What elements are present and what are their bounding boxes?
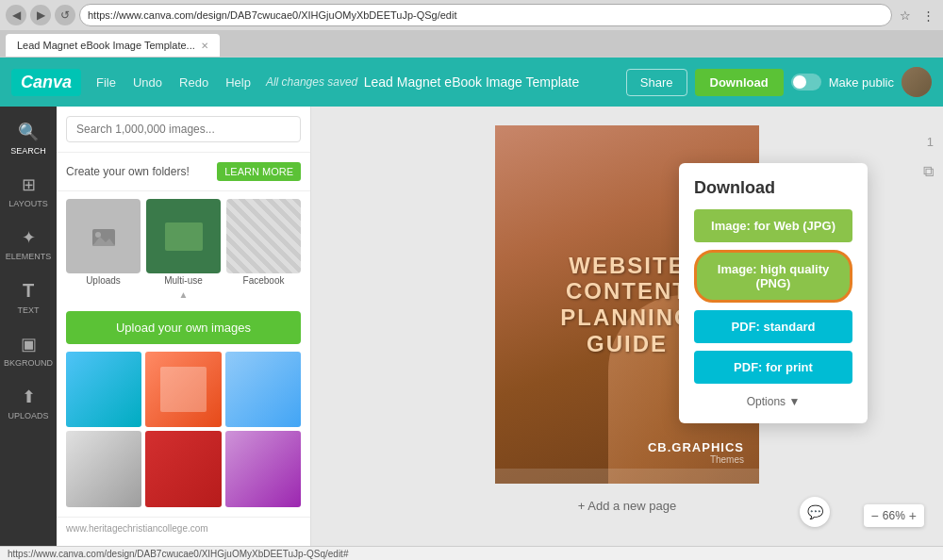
panel-folders: Create your own folders! LEARN MORE — [57, 153, 310, 191]
canva-logo: Canva — [11, 69, 81, 96]
tab-close-icon[interactable]: ✕ — [201, 41, 208, 51]
browser-menu-icon[interactable]: ⋮ — [918, 6, 937, 25]
background-icon: ▣ — [21, 334, 37, 354]
learn-more-button[interactable]: LEARN MORE — [217, 162, 301, 181]
sidebar-label-search: SEARCH — [10, 146, 46, 156]
nav-file[interactable]: File — [89, 72, 124, 93]
grid-item-multiuse[interactable] — [146, 199, 221, 273]
url-text: https://www.canva.com/design/DAB7cwucae0… — [88, 9, 884, 21]
browser-tab[interactable]: Lead Magnet eBook Image Template... ✕ — [6, 34, 220, 57]
download-button[interactable]: Download — [695, 69, 784, 96]
nav-redo[interactable]: Redo — [172, 72, 216, 93]
sidebar-item-uploads[interactable]: ⬆ UPLOADS — [2, 379, 55, 428]
user-avatar[interactable] — [902, 67, 932, 97]
search-icon: 🔍 — [18, 122, 39, 142]
upload-thumb-4[interactable] — [66, 431, 141, 506]
chat-icon[interactable]: 💬 — [800, 497, 830, 527]
make-public-button[interactable]: Make public — [829, 75, 894, 90]
zoom-out-button[interactable]: − — [871, 508, 879, 523]
options-label: Options ▼ — [747, 395, 801, 408]
download-png-button[interactable]: Image: high quality (PNG) — [694, 250, 852, 303]
left-sidebar: 🔍 SEARCH ⊞ LAYOUTS ✦ ELEMENTS T TEXT ▣ B… — [0, 107, 57, 546]
copy-icon[interactable]: ⧉ — [923, 163, 934, 180]
download-jpg-button[interactable]: Image: for Web (JPG) — [694, 209, 852, 242]
sidebar-label-elements: ELEMENTS — [6, 252, 52, 261]
layouts-icon: ⊞ — [22, 174, 36, 195]
collapse-arrow[interactable]: ▲ — [57, 286, 310, 304]
sidebar-label-text: TEXT — [17, 305, 39, 315]
zoom-level: 66% — [883, 509, 905, 522]
tab-title: Lead Magnet eBook Image Template... — [17, 40, 195, 51]
download-dropdown: Download Image: for Web (JPG) Image: hig… — [679, 163, 868, 423]
zoom-in-button[interactable]: + — [909, 508, 917, 523]
download-pdf-std-button[interactable]: PDF: standard — [694, 310, 852, 343]
grid-item-uploads[interactable] — [66, 199, 141, 273]
upload-button[interactable]: Upload your own images — [66, 311, 301, 344]
url-bar[interactable]: https://www.canva.com/design/DAB7cwucae0… — [79, 4, 892, 26]
status-bar: https://www.canva.com/design/DAB7cwucae0… — [0, 546, 943, 560]
nav-help[interactable]: Help — [218, 72, 258, 93]
public-toggle[interactable] — [791, 74, 821, 91]
upload-thumb-1[interactable] — [66, 352, 141, 427]
upload-grid — [57, 352, 310, 517]
canvas-area: 1 ⧉ WEBSITE CONTENT PLANNING GUIDE CB.GR… — [311, 107, 943, 546]
refresh-button[interactable]: ↺ — [55, 5, 75, 25]
sidebar-item-search[interactable]: 🔍 SEARCH — [2, 114, 55, 163]
sidebar-item-background[interactable]: ▣ BKGROUND — [2, 326, 55, 375]
sidebar-label-background: BKGROUND — [4, 358, 53, 368]
document-title: Lead Magnet eBook Image Template — [364, 74, 580, 90]
elements-icon: ✦ — [22, 227, 36, 248]
grid-label-uploads: Uploads — [66, 275, 141, 286]
back-button[interactable]: ◀ — [6, 5, 26, 25]
status-url: https://www.canva.com/design/DAB7cwucae0… — [8, 549, 348, 559]
nav-undo[interactable]: Undo — [125, 72, 170, 93]
grid-label-multiuse: Multi-use — [146, 275, 221, 286]
panel-footer: www.heritagechristiancollege.com — [57, 517, 310, 539]
sidebar-label-layouts: LAYOUTS — [8, 199, 47, 208]
content-panel: Create your own folders! LEARN MORE Uplo… — [57, 107, 311, 546]
grid-item-facebook[interactable] — [226, 199, 301, 273]
download-options[interactable]: Options ▼ — [694, 395, 852, 408]
sidebar-item-layouts[interactable]: ⊞ LAYOUTS — [2, 167, 55, 216]
folder-text: Create your own folders! — [66, 165, 190, 178]
panel-search-area — [57, 107, 310, 153]
zoom-controls: − 66% + — [864, 504, 924, 527]
upload-thumb-3[interactable] — [225, 352, 301, 427]
page-number: 1 — [927, 135, 934, 149]
uploads-icon: ⬆ — [22, 387, 36, 407]
upload-thumb-6[interactable] — [225, 431, 301, 506]
upload-thumb-5[interactable] — [145, 431, 221, 506]
download-dropdown-title: Download — [694, 178, 852, 198]
sidebar-item-text[interactable]: T TEXT — [2, 272, 55, 322]
add-page-label: + Add a new page — [578, 499, 676, 513]
upload-thumb-2[interactable] — [145, 352, 221, 427]
download-pdf-print-button[interactable]: PDF: for print — [694, 351, 852, 384]
search-input[interactable] — [66, 116, 301, 142]
grid-label-facebook: Facebook — [226, 275, 301, 286]
book-logo-name: CB.GRAPHICS — [648, 440, 744, 454]
book-logo-sub: Themes — [648, 454, 744, 465]
add-page-button[interactable]: + Add a new page — [578, 499, 676, 513]
text-icon: T — [23, 280, 34, 302]
share-button[interactable]: Share — [626, 69, 687, 96]
sidebar-label-uploads: UPLOADS — [8, 411, 48, 420]
sidebar-item-elements[interactable]: ✦ ELEMENTS — [2, 220, 55, 269]
browser-star-icon[interactable]: ☆ — [896, 6, 915, 25]
forward-button[interactable]: ▶ — [30, 5, 51, 25]
